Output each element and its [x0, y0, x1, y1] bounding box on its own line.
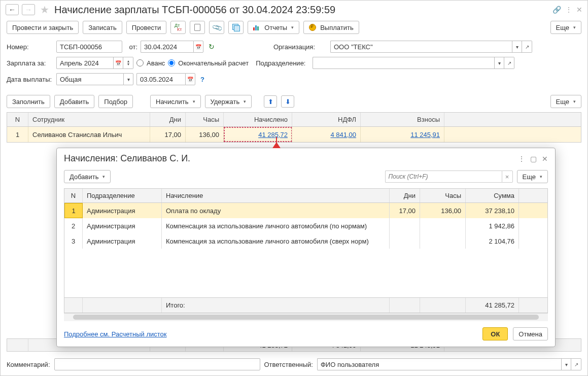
- number-label: Номер:: [7, 43, 53, 51]
- payslip-link[interactable]: Подробнее см. Расчетный листок: [64, 330, 167, 338]
- p-col-dni-header[interactable]: Дни: [390, 189, 420, 202]
- pick-button[interactable]: Подбор: [98, 95, 133, 108]
- nav-forward-button[interactable]: →: [22, 4, 35, 15]
- comment-input[interactable]: [54, 358, 260, 370]
- popup-add-button[interactable]: Добавить: [64, 170, 111, 183]
- refresh-date-icon[interactable]: ↻: [209, 43, 215, 51]
- p-col-n-header[interactable]: N: [64, 189, 83, 202]
- post-button[interactable]: Провести: [126, 21, 167, 34]
- col-nach-header[interactable]: Начислено: [224, 113, 292, 126]
- cell-vzn[interactable]: 11 245,91: [361, 127, 444, 142]
- pay-button[interactable]: Выплатить: [303, 21, 359, 34]
- stack-icon: [232, 24, 239, 31]
- move-down-button[interactable]: ⬇: [281, 95, 294, 108]
- kebab-menu-icon[interactable]: ⋮: [565, 6, 572, 14]
- popup-search-input[interactable]: [385, 170, 502, 183]
- org-input[interactable]: ООО "ТЕКС": [330, 41, 512, 53]
- reports-button[interactable]: Отчеты: [248, 21, 299, 34]
- accrual-row[interactable]: 1 Администрация Оплата по окладу 17,00 1…: [64, 203, 547, 218]
- popup-kebab-icon[interactable]: ⋮: [518, 155, 525, 163]
- paydate-type-input[interactable]: Общая: [56, 73, 123, 85]
- help-icon[interactable]: ?: [200, 76, 204, 83]
- more-button[interactable]: Еще: [550, 21, 581, 34]
- popup-close-icon[interactable]: ✕: [542, 155, 548, 163]
- cell-nach[interactable]: 41 285,72: [224, 127, 292, 142]
- popup-hscroll[interactable]: [64, 313, 548, 321]
- table-row[interactable]: 1 Селиванов Станислав Ильич 17,00 136,00…: [7, 127, 581, 142]
- accrual-row[interactable]: 3 Администрация Компенсация за использов…: [64, 233, 547, 249]
- dept-label: Подразделение:: [256, 59, 309, 67]
- org-label: Организация:: [273, 43, 327, 51]
- attach-button[interactable]: 📎: [209, 21, 224, 34]
- nav-back-button[interactable]: ←: [6, 4, 19, 15]
- dt-kt-button[interactable]: Дт Кт: [170, 21, 186, 34]
- p-col-dep-header[interactable]: Подразделение: [83, 189, 162, 202]
- p-col-sum-header[interactable]: Сумма: [466, 189, 519, 202]
- responsible-open-button[interactable]: ↗: [571, 358, 581, 370]
- paydate-input[interactable]: 03.05.2024: [136, 73, 185, 85]
- col-n-header[interactable]: N: [7, 113, 28, 126]
- paydate-type-dropdown[interactable]: ▾: [123, 73, 133, 85]
- col-chy-header[interactable]: Часы: [186, 113, 224, 126]
- popup-more-button[interactable]: Еще: [517, 170, 548, 183]
- paperclip-icon: 📎: [211, 22, 223, 33]
- popup-footer-label: Итого:: [162, 298, 390, 313]
- responsible-dropdown-button[interactable]: ▾: [561, 358, 571, 370]
- col-vzn-header[interactable]: Взносы: [361, 113, 444, 126]
- col-emp-header[interactable]: Сотрудник: [28, 113, 150, 126]
- more-actions-button[interactable]: Еще: [550, 95, 581, 108]
- print-button[interactable]: [190, 21, 205, 34]
- cell-emp: Селиванов Станислав Ильич: [28, 127, 150, 142]
- salary-for-picker-button[interactable]: 📅: [113, 57, 123, 69]
- popup-maximize-icon[interactable]: ▢: [530, 155, 537, 163]
- comment-label: Комментарий:: [7, 361, 50, 368]
- final-label: Окончательный расчет: [178, 59, 249, 67]
- fill-button[interactable]: Заполнить: [7, 95, 50, 108]
- col-ndfl-header[interactable]: НДФЛ: [292, 113, 361, 126]
- cell-dni: 17,00: [150, 127, 186, 142]
- dept-input[interactable]: [313, 57, 494, 69]
- write-button[interactable]: Записать: [83, 21, 122, 34]
- coin-icon: [309, 24, 316, 31]
- popup-ok-button[interactable]: ОК: [482, 327, 508, 340]
- org-dropdown-button[interactable]: ▾: [512, 41, 522, 53]
- paydate-picker-button[interactable]: 📅: [185, 73, 195, 85]
- number-input[interactable]: ТСБП-000056: [56, 41, 122, 53]
- p-col-nach-header[interactable]: Начисление: [162, 189, 390, 202]
- chart-icon: [253, 24, 260, 30]
- related-button[interactable]: [228, 21, 244, 34]
- org-open-button[interactable]: ↗: [522, 41, 532, 53]
- dept-dropdown-button[interactable]: ▾: [494, 57, 504, 69]
- post-and-close-button[interactable]: Провести и закрыть: [7, 21, 79, 34]
- accrue-button[interactable]: Начислить: [150, 95, 200, 108]
- document-icon: [194, 24, 200, 31]
- add-button[interactable]: Добавить: [54, 95, 94, 108]
- dept-open-button[interactable]: ↗: [504, 57, 514, 69]
- cell-ndfl[interactable]: 4 841,00: [292, 127, 361, 142]
- popup-search-clear-button[interactable]: ×: [502, 170, 513, 183]
- employees-table: N Сотрудник Дни Часы Начислено НДФЛ Взно…: [7, 112, 581, 143]
- popup-cancel-button[interactable]: Отмена: [513, 327, 548, 340]
- final-radio[interactable]: [168, 59, 175, 66]
- avans-label: Аванс: [147, 59, 165, 67]
- link-icon[interactable]: 🔗: [552, 6, 561, 14]
- favorite-star-icon[interactable]: ★: [40, 4, 49, 16]
- accruals-popup: Начисления: Селиванов С. И. ⋮ ▢ ✕ Добави…: [56, 148, 556, 347]
- salary-for-spinner[interactable]: ▴▾: [123, 57, 133, 69]
- salary-for-label: Зарплата за:: [7, 59, 53, 67]
- col-dni-header[interactable]: Дни: [150, 113, 186, 126]
- accruals-table: N Подразделение Начисление Дни Часы Сумм…: [64, 188, 548, 313]
- arrow-down-icon: ⬇: [285, 98, 291, 106]
- move-up-button[interactable]: ⬆: [264, 95, 277, 108]
- responsible-label: Ответственный:: [264, 361, 313, 368]
- date-input[interactable]: 30.04.2024: [141, 41, 193, 53]
- avans-radio[interactable]: [136, 59, 144, 66]
- p-col-chy-header[interactable]: Часы: [420, 189, 466, 202]
- close-window-icon[interactable]: ✕: [576, 6, 582, 14]
- accrual-row[interactable]: 2 Администрация Компенсация за использов…: [64, 218, 547, 233]
- date-picker-button[interactable]: 📅: [193, 41, 203, 53]
- deduct-button[interactable]: Удержать: [205, 95, 252, 108]
- salary-for-input[interactable]: Апрель 2024: [56, 57, 113, 69]
- window-title: Начисление зарплаты ТСБП-000056 от 30.04…: [54, 4, 549, 16]
- responsible-input[interactable]: ФИО пользователя: [317, 358, 561, 370]
